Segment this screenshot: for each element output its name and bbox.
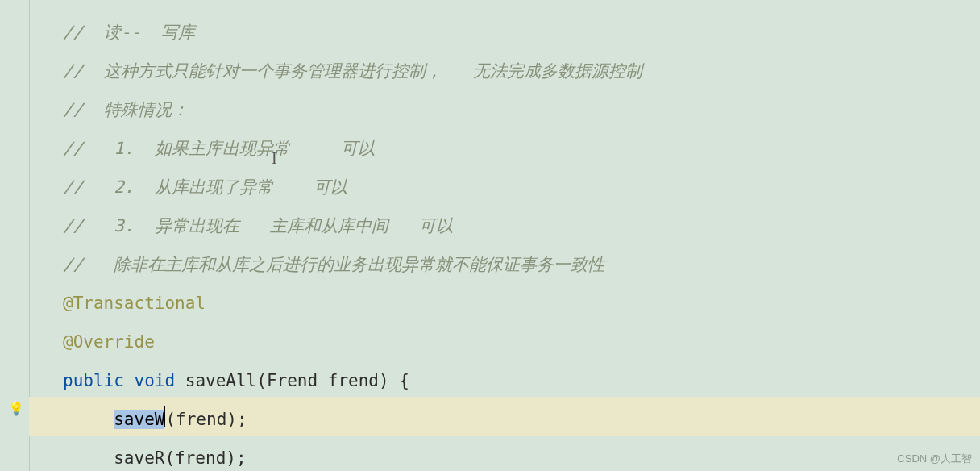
watermark: CSDN @人工智: [897, 452, 972, 466]
code-line: // 3. 异常出现在 主库和从库中间 可以: [63, 206, 980, 245]
code-editor[interactable]: 💡 // 读-- 写库 // 这种方式只能针对一个事务管理器进行控制， 无法完成…: [0, 0, 980, 471]
code-comment: // 1. 如果主库出现异常 可以: [63, 139, 375, 158]
code-line: // 2. 从库出现了异常 可以: [63, 168, 980, 206]
param-name: frend: [328, 371, 379, 390]
param-type: Frend: [267, 371, 318, 390]
keyword: void: [135, 371, 176, 390]
method-name: saveAll: [185, 371, 257, 390]
code-line: @Override: [63, 323, 980, 361]
code-line: // 1. 如果主库出现异常 可以: [63, 129, 980, 168]
code-line: saveW(frend);: [63, 400, 980, 439]
code-line: @Transactional: [63, 284, 980, 323]
code-line: saveR(frend);: [63, 439, 980, 471]
code-line: // 读-- 写库: [63, 13, 980, 52]
code-comment: // 特殊情况：: [63, 100, 189, 119]
code-area[interactable]: // 读-- 写库 // 这种方式只能针对一个事务管理器进行控制， 无法完成多数…: [29, 0, 980, 471]
code-line: public void saveAll(Frend frend) {: [63, 361, 980, 400]
code-comment: // 这种方式只能针对一个事务管理器进行控制， 无法完成多数据源控制: [63, 61, 642, 81]
annotation: @Transactional: [63, 294, 206, 313]
gutter: 💡: [0, 0, 30, 471]
brace-open: {: [399, 371, 409, 390]
code-comment: // 3. 异常出现在 主库和从库中间 可以: [63, 216, 453, 235]
call-args: (frend);: [165, 410, 247, 429]
code-comment: // 读-- 写库: [63, 23, 195, 42]
code-comment: // 除非在主库和从库之后进行的业务出现异常就不能保证事务一致性: [63, 255, 604, 274]
code-comment: // 2. 从库出现了异常 可以: [63, 177, 347, 197]
annotation: @Override: [63, 332, 155, 352]
code-line: // 特殊情况：: [63, 90, 980, 129]
method-call: saveR(frend);: [114, 448, 246, 468]
selection: saveW: [114, 410, 164, 429]
code-line: // 这种方式只能针对一个事务管理器进行控制， 无法完成多数据源控制: [63, 52, 980, 90]
keyword: public: [63, 371, 124, 390]
code-line: // 除非在主库和从库之后进行的业务出现异常就不能保证事务一致性: [63, 245, 980, 284]
lightbulb-icon[interactable]: 💡: [8, 401, 24, 416]
